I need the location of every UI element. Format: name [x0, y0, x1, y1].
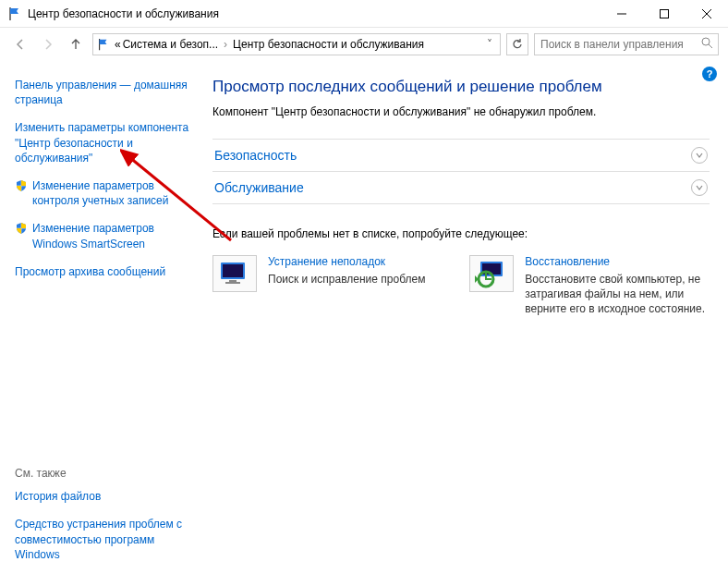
troubleshoot-title: Устранение неполадок [268, 255, 425, 268]
sidebar: Панель управления — домашняя страница Из… [0, 61, 203, 586]
back-button[interactable] [9, 33, 31, 55]
sidebar-smartscreen-link[interactable]: Изменение параметров Windows SmartScreen [15, 221, 192, 250]
troubleshoot-desc: Поиск и исправление проблем [268, 272, 425, 287]
content-area: Панель управления — домашняя страница Из… [0, 61, 728, 586]
chevron-down-icon[interactable]: ˅ [483, 38, 496, 51]
search-wrap [534, 33, 719, 55]
chevron-right-icon: › [220, 38, 231, 51]
chevron-down-icon[interactable] [691, 179, 708, 196]
refresh-button[interactable] [506, 33, 528, 55]
svg-line-5 [709, 44, 712, 48]
chevron-down-icon[interactable] [691, 147, 708, 164]
up-button[interactable] [65, 33, 87, 55]
nav-bar: « Система и безоп... › Центр безопасност… [0, 28, 728, 61]
flag-icon [7, 6, 22, 21]
sidebar-archive-link[interactable]: Просмотр архива сообщений [15, 264, 192, 279]
svg-point-4 [702, 38, 710, 45]
search-input[interactable] [534, 33, 719, 55]
svg-rect-1 [661, 9, 669, 18]
svg-rect-9 [225, 282, 240, 284]
breadcrumb-item[interactable]: Система и безоп... [123, 38, 218, 51]
see-also-title: См. также [15, 467, 192, 480]
window-title: Центр безопасности и обслуживания [28, 7, 601, 20]
recovery-option[interactable]: Восстановление Восстановите свой компьют… [469, 255, 708, 317]
shield-icon [15, 179, 28, 192]
flag-icon [97, 38, 110, 51]
monitor-icon [212, 255, 257, 292]
try-following-text: Если вашей проблемы нет в списке, попроб… [212, 227, 710, 240]
help-icon[interactable]: ? [702, 67, 717, 81]
sidebar-uac-link[interactable]: Изменение параметров контроля учетных за… [15, 178, 192, 208]
window-controls [601, 0, 728, 27]
security-section[interactable]: Безопасность [212, 139, 710, 172]
shield-icon [15, 222, 28, 235]
breadcrumb[interactable]: « Система и безоп... › Центр безопасност… [92, 33, 501, 55]
recovery-icon [469, 255, 514, 292]
close-button[interactable] [686, 0, 728, 27]
main-panel: Просмотр последних сообщений и решение п… [203, 61, 728, 586]
security-section-title: Безопасность [214, 148, 297, 163]
svg-rect-8 [229, 280, 237, 282]
see-also-section: См. также История файлов Средство устран… [15, 467, 192, 575]
options-row: Устранение неполадок Поиск и исправление… [212, 255, 710, 317]
sidebar-file-history-link[interactable]: История файлов [15, 489, 192, 504]
breadcrumb-item[interactable]: Центр безопасности и обслуживания [233, 38, 424, 51]
troubleshoot-option[interactable]: Устранение неполадок Поиск и исправление… [212, 255, 451, 317]
page-title: Просмотр последних сообщений и решение п… [212, 78, 710, 96]
forward-button[interactable] [37, 33, 59, 55]
sidebar-change-settings-link[interactable]: Изменить параметры компонента "Центр без… [15, 120, 192, 165]
maximize-button[interactable] [643, 0, 686, 27]
recovery-title: Восстановление [525, 255, 708, 268]
page-subtitle: Компонент "Центр безопасности и обслужив… [212, 105, 710, 118]
maintenance-section[interactable]: Обслуживание [212, 171, 710, 204]
recovery-desc: Восстановите свой компьютер, не затрагив… [525, 272, 708, 317]
search-icon [701, 37, 713, 49]
title-bar: Центр безопасности и обслуживания [0, 0, 728, 28]
breadcrumb-prefix: « [115, 38, 121, 51]
svg-rect-7 [223, 264, 243, 277]
sidebar-home-link[interactable]: Панель управления — домашняя страница [15, 78, 192, 107]
maintenance-section-title: Обслуживание [214, 180, 304, 195]
sidebar-compat-link[interactable]: Средство устранения проблем с совместимо… [15, 517, 192, 562]
minimize-button[interactable] [601, 0, 643, 27]
